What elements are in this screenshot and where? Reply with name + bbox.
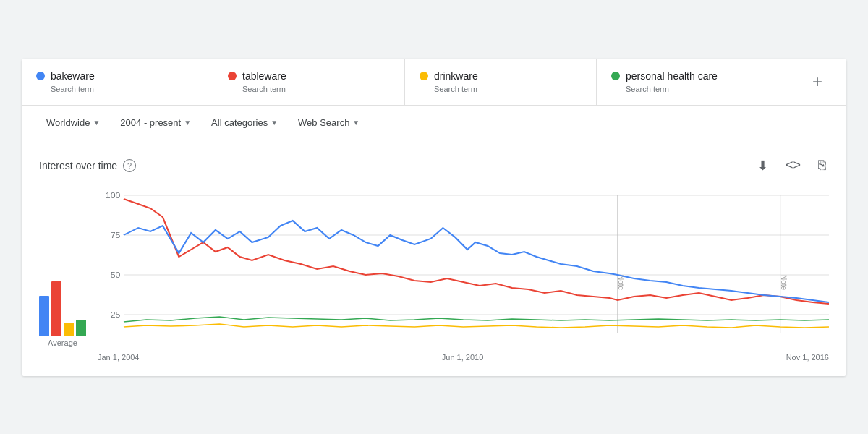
- embed-button[interactable]: <>: [783, 155, 804, 176]
- search-term-drinkware[interactable]: drinkware Search term: [405, 59, 597, 105]
- category-chevron-icon: ▼: [271, 119, 278, 127]
- search-term-tableware[interactable]: tableware Search term: [213, 59, 405, 105]
- bakeware-dot: [36, 72, 45, 80]
- chart-section: Interest over time ? ⬇ <> ⎘ Aver: [22, 140, 846, 376]
- x-axis-labels: Jan 1, 2004 Jun 1, 2010 Nov 1, 2016: [98, 350, 829, 362]
- drinkware-name: drinkware: [434, 70, 478, 82]
- svg-text:25: 25: [111, 310, 121, 318]
- term-name-row-2: tableware: [228, 70, 390, 82]
- avg-bar-personal-health-care: [76, 320, 86, 336]
- personal-health-care-label: Search term: [611, 85, 773, 93]
- avg-bars: [39, 278, 86, 336]
- line-chart-svg: 100 75 50 25 Note Note: [98, 188, 829, 347]
- add-term-button[interactable]: +: [788, 59, 846, 105]
- svg-text:50: 50: [111, 270, 121, 278]
- download-button[interactable]: ⬇: [754, 155, 771, 176]
- tableware-line: [124, 199, 829, 304]
- period-label: 2004 - present: [120, 117, 181, 128]
- x-label-2004: Jan 1, 2004: [98, 353, 140, 362]
- category-filter[interactable]: All categories ▼: [204, 113, 285, 132]
- category-label: All categories: [211, 117, 268, 128]
- search-term-personal-health-care[interactable]: personal health care Search term: [597, 59, 788, 105]
- x-label-2010: Jun 1, 2010: [442, 353, 484, 362]
- avg-label: Average: [48, 339, 77, 347]
- period-chevron-icon: ▼: [184, 119, 191, 127]
- period-filter[interactable]: 2004 - present ▼: [113, 113, 198, 132]
- bakeware-name: bakeware: [51, 70, 95, 82]
- chart-title: Interest over time: [39, 160, 117, 171]
- search-type-label: Web Search: [298, 117, 349, 128]
- drinkware-label: Search term: [420, 85, 582, 93]
- region-chevron-icon: ▼: [93, 119, 100, 127]
- term-name-row-4: personal health care: [611, 70, 773, 82]
- search-type-chevron-icon: ▼: [352, 119, 359, 127]
- avg-bar-tableware: [51, 281, 61, 336]
- term-name-row-3: drinkware: [420, 70, 582, 82]
- personal-health-care-name: personal health care: [626, 70, 718, 82]
- drinkware-line: [124, 324, 829, 328]
- tableware-name: tableware: [242, 70, 286, 82]
- avg-bar-section: Average: [39, 278, 86, 347]
- search-terms-bar: bakeware Search term tableware Search te…: [22, 59, 846, 106]
- chart-title-area: Interest over time ?: [39, 159, 136, 172]
- share-button[interactable]: ⎘: [815, 155, 829, 176]
- search-type-filter[interactable]: Web Search ▼: [291, 113, 367, 132]
- personal-health-care-line: [124, 317, 829, 322]
- svg-text:Note: Note: [780, 275, 789, 290]
- main-container: bakeware Search term tableware Search te…: [22, 59, 846, 376]
- help-icon[interactable]: ?: [123, 159, 136, 172]
- tableware-label: Search term: [228, 85, 390, 93]
- line-chart-wrapper: 100 75 50 25 Note Note: [98, 188, 829, 362]
- avg-bar-bakeware: [39, 296, 49, 336]
- chart-header: Interest over time ? ⬇ <> ⎘: [39, 155, 829, 176]
- filters-bar: Worldwide ▼ 2004 - present ▼ All categor…: [22, 106, 846, 140]
- x-label-2016: Nov 1, 2016: [786, 353, 829, 362]
- drinkware-dot: [420, 72, 428, 80]
- svg-text:100: 100: [106, 190, 121, 199]
- avg-bar-drinkware: [64, 323, 74, 336]
- term-name-row: bakeware: [36, 70, 198, 82]
- svg-text:75: 75: [111, 230, 121, 239]
- search-term-bakeware[interactable]: bakeware Search term: [22, 59, 213, 105]
- chart-actions: ⬇ <> ⎘: [754, 155, 829, 176]
- region-label: Worldwide: [46, 117, 90, 128]
- bakeware-line: [124, 221, 829, 302]
- personal-health-care-dot: [611, 72, 620, 80]
- tableware-dot: [228, 72, 237, 80]
- chart-area: Average 100 75 50 25 Note: [39, 188, 829, 362]
- bakeware-label: Search term: [36, 85, 198, 93]
- region-filter[interactable]: Worldwide ▼: [39, 113, 107, 132]
